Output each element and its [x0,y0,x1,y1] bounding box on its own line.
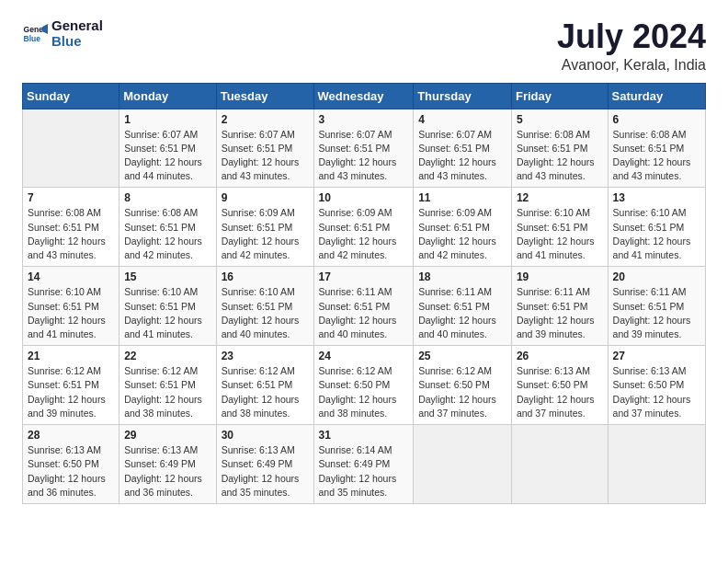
day-number: 28 [28,429,114,442]
logo: General Blue General Blue [22,18,103,49]
calendar-cell: 3Sunrise: 6:07 AMSunset: 6:51 PMDaylight… [313,109,414,188]
calendar-cell [414,425,512,504]
header-thursday: Thursday [414,83,512,109]
day-number: 10 [319,191,409,204]
day-number: 5 [517,113,603,126]
day-number: 22 [124,350,210,362]
calendar-cell: 19Sunrise: 6:11 AMSunset: 6:51 PMDayligh… [511,267,608,346]
header-tuesday: Tuesday [216,83,313,109]
calendar-header: SundayMondayTuesdayWednesdayThursdayFrid… [23,83,706,109]
day-info: Sunrise: 6:10 AMSunset: 6:51 PMDaylight:… [222,285,309,341]
calendar-cell: 18Sunrise: 6:11 AMSunset: 6:51 PMDayligh… [414,267,512,346]
day-info: Sunrise: 6:13 AMSunset: 6:49 PMDaylight:… [124,443,210,500]
calendar-table: SundayMondayTuesdayWednesdayThursdayFrid… [22,83,706,504]
day-info: Sunrise: 6:12 AMSunset: 6:50 PMDaylight:… [319,364,409,420]
calendar-cell: 6Sunrise: 6:08 AMSunset: 6:51 PMDaylight… [608,109,705,188]
calendar-cell: 31Sunrise: 6:14 AMSunset: 6:49 PMDayligh… [313,425,414,504]
calendar-cell: 1Sunrise: 6:07 AMSunset: 6:51 PMDaylight… [119,109,216,188]
day-number: 21 [28,350,114,362]
calendar-cell: 21Sunrise: 6:12 AMSunset: 6:51 PMDayligh… [23,346,119,425]
logo-text-general: General [51,17,103,33]
calendar-cell: 9Sunrise: 6:09 AMSunset: 6:51 PMDaylight… [216,188,313,267]
day-info: Sunrise: 6:07 AMSunset: 6:51 PMDaylight:… [222,128,309,184]
month-title: July 2024 [557,18,706,55]
day-number: 31 [319,429,409,442]
day-info: Sunrise: 6:07 AMSunset: 6:51 PMDaylight:… [124,128,210,184]
day-number: 27 [613,350,700,362]
day-number: 11 [418,191,506,204]
calendar-cell: 8Sunrise: 6:08 AMSunset: 6:51 PMDaylight… [119,188,216,267]
day-info: Sunrise: 6:13 AMSunset: 6:50 PMDaylight:… [517,364,603,420]
calendar-cell: 16Sunrise: 6:10 AMSunset: 6:51 PMDayligh… [216,267,313,346]
calendar-cell: 25Sunrise: 6:12 AMSunset: 6:50 PMDayligh… [414,346,512,425]
calendar-cell: 27Sunrise: 6:13 AMSunset: 6:50 PMDayligh… [608,346,705,425]
calendar-cell: 29Sunrise: 6:13 AMSunset: 6:49 PMDayligh… [119,425,216,504]
calendar-cell [511,425,608,504]
calendar-cell: 26Sunrise: 6:13 AMSunset: 6:50 PMDayligh… [511,346,608,425]
location-subtitle: Avanoor, Kerala, India [557,57,706,74]
day-number: 14 [28,270,114,283]
day-info: Sunrise: 6:10 AMSunset: 6:51 PMDaylight:… [517,206,603,262]
week-row-5: 28Sunrise: 6:13 AMSunset: 6:50 PMDayligh… [23,425,706,504]
calendar-cell [608,425,705,504]
calendar-cell: 2Sunrise: 6:07 AMSunset: 6:51 PMDaylight… [216,109,313,188]
day-info: Sunrise: 6:09 AMSunset: 6:51 PMDaylight:… [418,206,506,262]
day-number: 9 [222,191,309,204]
week-row-4: 21Sunrise: 6:12 AMSunset: 6:51 PMDayligh… [23,346,706,425]
day-number: 16 [222,270,309,283]
day-info: Sunrise: 6:08 AMSunset: 6:51 PMDaylight:… [517,128,603,184]
title-block: July 2024 Avanoor, Kerala, India [557,18,706,74]
calendar-cell: 30Sunrise: 6:13 AMSunset: 6:49 PMDayligh… [216,425,313,504]
day-info: Sunrise: 6:11 AMSunset: 6:51 PMDaylight:… [418,285,506,341]
week-row-2: 7Sunrise: 6:08 AMSunset: 6:51 PMDaylight… [23,188,706,267]
calendar-cell: 20Sunrise: 6:11 AMSunset: 6:51 PMDayligh… [608,267,705,346]
day-number: 29 [124,429,210,442]
day-number: 25 [418,350,506,362]
day-info: Sunrise: 6:11 AMSunset: 6:51 PMDaylight:… [319,285,409,341]
day-info: Sunrise: 6:08 AMSunset: 6:51 PMDaylight:… [613,128,700,184]
header-sunday: Sunday [23,83,119,109]
day-number: 12 [517,191,603,204]
day-info: Sunrise: 6:08 AMSunset: 6:51 PMDaylight:… [124,206,210,262]
day-number: 6 [613,113,700,126]
day-number: 26 [517,350,603,362]
day-info: Sunrise: 6:13 AMSunset: 6:50 PMDaylight:… [28,443,114,500]
calendar-cell: 11Sunrise: 6:09 AMSunset: 6:51 PMDayligh… [414,188,512,267]
calendar-cell: 4Sunrise: 6:07 AMSunset: 6:51 PMDaylight… [414,109,512,188]
calendar-cell: 14Sunrise: 6:10 AMSunset: 6:51 PMDayligh… [23,267,119,346]
day-number: 17 [319,270,409,283]
calendar-cell [23,109,119,188]
calendar-cell: 12Sunrise: 6:10 AMSunset: 6:51 PMDayligh… [511,188,608,267]
day-number: 15 [124,270,210,283]
day-info: Sunrise: 6:13 AMSunset: 6:50 PMDaylight:… [613,364,700,420]
day-number: 23 [222,350,309,362]
week-row-3: 14Sunrise: 6:10 AMSunset: 6:51 PMDayligh… [23,267,706,346]
calendar-cell: 15Sunrise: 6:10 AMSunset: 6:51 PMDayligh… [119,267,216,346]
calendar-cell: 17Sunrise: 6:11 AMSunset: 6:51 PMDayligh… [313,267,414,346]
page-header: General Blue General Blue July 2024 Avan… [22,18,706,74]
day-info: Sunrise: 6:11 AMSunset: 6:51 PMDaylight:… [517,285,603,341]
day-number: 4 [418,113,506,126]
day-info: Sunrise: 6:12 AMSunset: 6:51 PMDaylight:… [28,364,114,420]
calendar-cell: 5Sunrise: 6:08 AMSunset: 6:51 PMDaylight… [511,109,608,188]
calendar-cell: 28Sunrise: 6:13 AMSunset: 6:50 PMDayligh… [23,425,119,504]
header-row: SundayMondayTuesdayWednesdayThursdayFrid… [23,83,706,109]
day-number: 20 [613,270,700,283]
calendar-cell: 7Sunrise: 6:08 AMSunset: 6:51 PMDaylight… [23,188,119,267]
day-number: 13 [613,191,700,204]
day-number: 30 [222,429,309,442]
day-number: 24 [319,350,409,362]
header-wednesday: Wednesday [313,83,414,109]
day-info: Sunrise: 6:09 AMSunset: 6:51 PMDaylight:… [222,206,309,262]
svg-text:Blue: Blue [24,33,41,42]
header-saturday: Saturday [608,83,705,109]
day-number: 19 [517,270,603,283]
calendar-body: 1Sunrise: 6:07 AMSunset: 6:51 PMDaylight… [23,109,706,503]
calendar-cell: 24Sunrise: 6:12 AMSunset: 6:50 PMDayligh… [313,346,414,425]
day-info: Sunrise: 6:07 AMSunset: 6:51 PMDaylight:… [319,128,409,184]
day-info: Sunrise: 6:10 AMSunset: 6:51 PMDaylight:… [124,285,210,341]
week-row-1: 1Sunrise: 6:07 AMSunset: 6:51 PMDaylight… [23,109,706,188]
calendar-cell: 22Sunrise: 6:12 AMSunset: 6:51 PMDayligh… [119,346,216,425]
calendar-cell: 13Sunrise: 6:10 AMSunset: 6:51 PMDayligh… [608,188,705,267]
day-number: 8 [124,191,210,204]
